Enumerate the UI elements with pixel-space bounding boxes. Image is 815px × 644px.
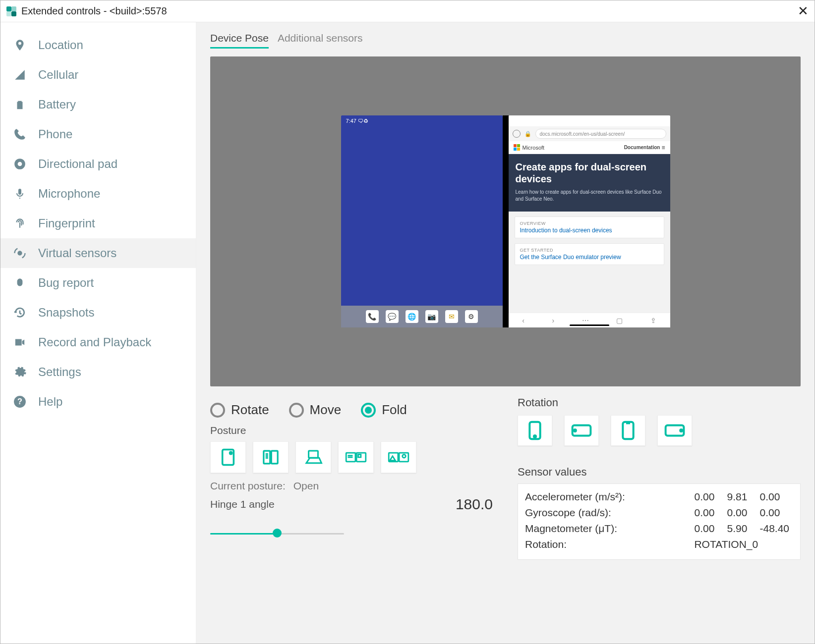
sensor-name: Rotation: xyxy=(525,537,694,552)
device-left-screen: 7:47 🗨 ♻ 📞 💬 🌐 📷 ✉ ⚙ xyxy=(341,115,503,327)
video-icon xyxy=(12,335,27,350)
sensor-icon xyxy=(12,246,27,261)
forward-icon: › xyxy=(552,317,554,324)
card-label: GET STARTED xyxy=(520,248,659,253)
radio-move[interactable]: Move xyxy=(289,402,342,418)
sidebar-item-record[interactable]: Record and Playback xyxy=(0,327,196,357)
doc-link: Documentation xyxy=(624,145,660,150)
home-dock: 📞 💬 🌐 📷 ✉ ⚙ xyxy=(341,306,503,327)
sensor-y: 9.81 xyxy=(727,489,759,505)
sidebar-item-virtual-sensors[interactable]: Virtual sensors xyxy=(0,238,196,268)
dock-app-camera: 📷 xyxy=(425,310,438,323)
sensor-z: 0.00 xyxy=(759,505,793,521)
sidebar-item-help[interactable]: ? Help xyxy=(0,387,196,417)
radio-fold[interactable]: Fold xyxy=(361,402,407,418)
svg-rect-25 xyxy=(623,422,633,439)
posture-closed-button[interactable] xyxy=(210,441,246,473)
microsoft-logo-icon xyxy=(514,144,520,151)
svg-rect-8 xyxy=(271,451,278,464)
sensor-values-box: Accelerometer (m/s²): 0.00 9.81 0.00 Gyr… xyxy=(518,483,801,560)
sidebar-item-bug-report[interactable]: Bug report xyxy=(0,268,196,298)
battery-indicator-icon xyxy=(659,119,666,123)
close-icon[interactable]: ✕ xyxy=(798,3,809,19)
address-text: docs.microsoft.com/en-us/dual-screen/ xyxy=(535,129,666,139)
battery-icon xyxy=(12,97,27,112)
gear-icon xyxy=(12,365,27,379)
menu-icon: ≡ xyxy=(661,144,665,151)
dock-app-messages: 💬 xyxy=(386,310,399,323)
posture-book-button[interactable] xyxy=(253,441,289,473)
notif-icon: ♻ xyxy=(363,118,368,124)
wifi-icon xyxy=(646,118,656,123)
sensor-y: 0.00 xyxy=(727,505,759,521)
sidebar-item-label: Fingerprint xyxy=(38,216,95,230)
sidebar-item-microphone[interactable]: Microphone xyxy=(0,179,196,209)
help-icon: ? xyxy=(12,394,27,409)
radio-label: Fold xyxy=(382,402,407,418)
back-icon: ‹ xyxy=(522,317,524,324)
brand-text: Microsoft xyxy=(523,145,545,151)
sidebar-item-label: Help xyxy=(38,395,62,409)
sidebar-item-phone[interactable]: Phone xyxy=(0,119,196,149)
svg-point-6 xyxy=(230,452,232,454)
main-panel: Device Pose Additional sensors 7:47 🗨 ♻ … xyxy=(196,22,815,644)
page-header: Microsoft Documentation ≡ xyxy=(509,141,670,154)
hero-subtitle: Learn how to create apps for dual-screen… xyxy=(516,189,663,203)
hinge-angle-label: Hinge 1 angle xyxy=(210,498,275,510)
svg-point-28 xyxy=(680,429,682,431)
sensor-row-gyro: Gyroscope (rad/s): 0.00 0.00 0.00 xyxy=(525,505,793,521)
fingerprint-icon xyxy=(12,216,27,231)
sidebar-item-dpad[interactable]: Directional pad xyxy=(0,149,196,179)
sensor-z: -48.40 xyxy=(759,521,793,537)
browser-url-bar: 🔒 docs.microsoft.com/en-us/dual-screen/ xyxy=(509,126,670,141)
tab-device-pose[interactable]: Device Pose xyxy=(210,32,269,49)
rotation-portrait-button[interactable] xyxy=(518,415,552,446)
posture-flat-button[interactable] xyxy=(338,441,374,473)
tabs: Device Pose Additional sensors xyxy=(210,32,801,49)
sensor-name: Magnetometer (μT): xyxy=(525,521,694,537)
sensor-name: Accelerometer (m/s²): xyxy=(525,489,694,505)
sidebar-item-label: Record and Playback xyxy=(38,335,151,349)
notif-icon: 🗨 xyxy=(358,118,363,124)
nav-handle xyxy=(570,324,609,326)
device-preview[interactable]: 7:47 🗨 ♻ 📞 💬 🌐 📷 ✉ ⚙ xyxy=(210,56,801,386)
dock-app-phone: 📞 xyxy=(366,310,379,323)
svg-rect-15 xyxy=(358,455,361,458)
sidebar-item-label: Cellular xyxy=(38,68,78,82)
bug-icon xyxy=(12,275,27,290)
dock-app-edge: 🌐 xyxy=(406,310,418,323)
sidebar-item-cellular[interactable]: Cellular xyxy=(0,60,196,90)
radio-rotate[interactable]: Rotate xyxy=(210,402,269,418)
svg-text:?: ? xyxy=(17,397,22,406)
card-link: Introduction to dual-screen devices xyxy=(520,227,659,234)
current-posture-label: Current posture: xyxy=(210,480,286,492)
svg-point-22 xyxy=(534,435,536,437)
sidebar-item-settings[interactable]: Settings xyxy=(0,357,196,387)
svg-point-2 xyxy=(17,251,22,255)
rotation-portrait-flipped-button[interactable] xyxy=(611,415,645,446)
sidebar-item-location[interactable]: Location xyxy=(0,30,196,60)
posture-tent-button[interactable] xyxy=(381,441,416,473)
posture-laptop-button[interactable] xyxy=(295,441,331,473)
sidebar-item-label: Virtual sensors xyxy=(38,246,116,260)
sensor-row-rotation: Rotation: ROTATION_0 xyxy=(525,537,793,552)
hero-title: Create apps for dual-screen devices xyxy=(516,161,663,185)
sidebar-item-snapshots[interactable]: Snapshots xyxy=(0,298,196,327)
card-link: Get the Surface Duo emulator preview xyxy=(520,254,659,261)
avatar-icon xyxy=(513,130,521,138)
sensor-row-accel: Accelerometer (m/s²): 0.00 9.81 0.00 xyxy=(525,489,793,505)
sidebar-item-battery[interactable]: Battery xyxy=(0,90,196,119)
rotation-landscape-right-button[interactable] xyxy=(657,415,692,446)
device-hinge xyxy=(503,115,509,327)
sidebar-item-fingerprint[interactable]: Fingerprint xyxy=(0,209,196,238)
hinge-angle-slider[interactable] xyxy=(210,526,344,540)
radio-label: Move xyxy=(310,402,342,418)
dock-app-mail: ✉ xyxy=(445,310,458,323)
sensor-value: ROTATION_0 xyxy=(694,537,793,552)
tab-additional-sensors[interactable]: Additional sensors xyxy=(278,32,363,49)
sidebar-item-label: Settings xyxy=(38,365,81,379)
sidebar-item-label: Bug report xyxy=(38,276,94,290)
rotation-landscape-left-button[interactable] xyxy=(564,415,599,446)
sidebar-item-label: Snapshots xyxy=(38,306,94,320)
sidebar-item-label: Location xyxy=(38,38,83,52)
